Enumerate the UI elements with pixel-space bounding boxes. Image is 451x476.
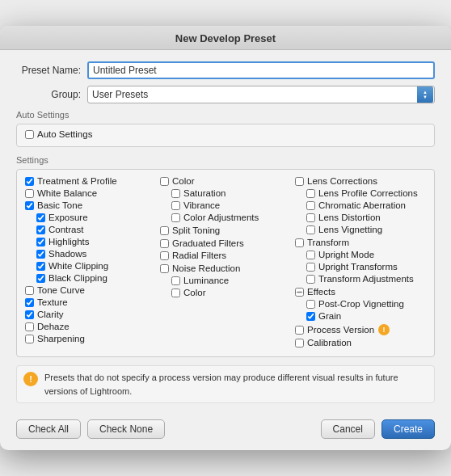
white-clipping-checkbox[interactable] [36,262,45,271]
list-item: White Clipping [25,261,156,271]
calibration-label[interactable]: Calibration [307,338,352,348]
group-select[interactable]: User Presets [87,86,435,103]
vibrance-label[interactable]: Vibrance [183,200,220,210]
white-clipping-label[interactable]: White Clipping [48,261,108,271]
lens-profile-corrections-checkbox[interactable] [306,189,315,198]
color-checkbox[interactable] [160,177,169,186]
contrast-label[interactable]: Contrast [48,225,83,234]
bottom-left-buttons: Check All Check None [16,419,165,439]
color-nr-label[interactable]: Color [183,288,205,297]
exposure-checkbox[interactable] [36,213,45,222]
transform-adjustments-checkbox[interactable] [306,275,315,284]
transform-checkbox[interactable] [295,238,304,247]
list-item: Graduated Filters [160,238,291,248]
auto-settings-box: Auto Settings [16,124,435,147]
split-toning-checkbox[interactable] [160,226,169,235]
lens-vignetting-label[interactable]: Lens Vignetting [318,225,382,234]
luminance-checkbox[interactable] [171,276,180,285]
grain-label[interactable]: Grain [318,311,341,321]
list-item: Basic Tone [25,200,156,210]
check-all-button[interactable]: Check All [16,419,81,439]
color-adjustments-checkbox[interactable] [171,213,180,222]
noise-reduction-label[interactable]: Noise Reduction [172,263,240,273]
vibrance-checkbox[interactable] [171,201,180,210]
process-version-label[interactable]: Process Version ! [307,324,390,335]
basic-tone-label[interactable]: Basic Tone [37,200,82,210]
lens-corrections-checkbox[interactable] [295,177,304,186]
preset-name-label: Preset Name: [16,65,87,76]
lens-profile-corrections-label[interactable]: Lens Profile Corrections [318,188,418,198]
sharpening-label[interactable]: Sharpening [37,334,85,343]
post-crop-vignetting-label[interactable]: Post-Crop Vignetting [318,299,404,309]
chromatic-aberration-label[interactable]: Chromatic Aberration [318,200,406,210]
basic-tone-checkbox[interactable] [25,201,34,210]
color-nr-checkbox[interactable] [171,289,180,297]
highlights-label[interactable]: Highlights [48,237,90,246]
exposure-label[interactable]: Exposure [48,213,88,222]
treatment-profile-label[interactable]: Treatment & Profile [37,176,117,186]
white-balance-label[interactable]: White Balance [37,188,97,198]
color-label[interactable]: Color [172,176,194,186]
lens-distortion-checkbox[interactable] [306,213,315,222]
upright-transforms-checkbox[interactable] [306,263,315,272]
settings-col-2: Color Saturation Vibrance Color Adjustme… [160,176,291,350]
treatment-profile-checkbox[interactable] [25,177,34,186]
saturation-label[interactable]: Saturation [183,188,226,198]
auto-settings-label[interactable]: Auto Settings [37,129,92,139]
luminance-label[interactable]: Luminance [183,276,229,285]
list-item: Split Toning [160,225,291,235]
check-none-button[interactable]: Check None [87,419,165,439]
highlights-checkbox[interactable] [36,238,45,246]
dehaze-checkbox[interactable] [25,322,34,331]
radial-filters-checkbox[interactable] [160,251,169,260]
lens-vignetting-checkbox[interactable] [306,225,315,234]
upright-mode-checkbox[interactable] [306,251,315,259]
post-crop-vignetting-checkbox[interactable] [306,300,315,309]
graduated-filters-checkbox[interactable] [160,239,169,248]
transform-label[interactable]: Transform [307,238,349,247]
black-clipping-label[interactable]: Black Clipping [48,273,107,283]
list-item: Lens Profile Corrections [295,188,426,198]
list-item: Effects [295,287,426,297]
texture-label[interactable]: Texture [37,297,68,307]
chromatic-aberration-checkbox[interactable] [306,201,315,210]
dehaze-label[interactable]: Dehaze [37,322,70,331]
cancel-button[interactable]: Cancel [321,419,375,439]
black-clipping-checkbox[interactable] [36,274,45,283]
graduated-filters-label[interactable]: Graduated Filters [172,238,244,248]
transform-adjustments-label[interactable]: Transform Adjustments [318,274,414,284]
list-item: Noise Reduction [160,263,291,273]
upright-transforms-label[interactable]: Upright Transforms [318,262,398,272]
radial-filters-label[interactable]: Radial Filters [172,251,226,260]
split-toning-label[interactable]: Split Toning [172,225,220,235]
saturation-checkbox[interactable] [171,189,180,198]
lens-distortion-label[interactable]: Lens Distortion [318,213,381,222]
noise-reduction-checkbox[interactable] [160,264,169,273]
effects-label[interactable]: Effects [307,287,335,297]
clarity-checkbox[interactable] [25,310,34,319]
sharpening-checkbox[interactable] [25,335,34,343]
texture-checkbox[interactable] [25,298,34,307]
clarity-label[interactable]: Clarity [37,310,64,319]
tone-curve-checkbox[interactable] [25,286,34,295]
bottom-right-buttons: Cancel Create [321,419,435,439]
lens-corrections-label[interactable]: Lens Corrections [307,176,377,186]
effects-checkbox[interactable] [295,288,304,297]
auto-settings-checkbox[interactable] [25,130,34,139]
grain-checkbox[interactable] [306,312,315,321]
warning-text: Presets that do not specify a process ve… [44,371,428,398]
create-button[interactable]: Create [381,419,435,439]
shadows-checkbox[interactable] [36,250,45,259]
list-item: Sharpening [25,334,156,343]
contrast-checkbox[interactable] [36,225,45,234]
preset-name-row: Preset Name: [16,61,435,79]
preset-name-input[interactable] [87,61,435,79]
process-version-checkbox[interactable] [295,326,304,335]
white-balance-checkbox[interactable] [25,189,34,198]
calibration-checkbox[interactable] [295,339,304,348]
tone-curve-label[interactable]: Tone Curve [37,285,85,295]
upright-mode-label[interactable]: Upright Mode [318,250,374,259]
shadows-label[interactable]: Shadows [48,249,86,259]
list-item: Shadows [25,249,156,259]
color-adjustments-label[interactable]: Color Adjustments [183,213,259,222]
